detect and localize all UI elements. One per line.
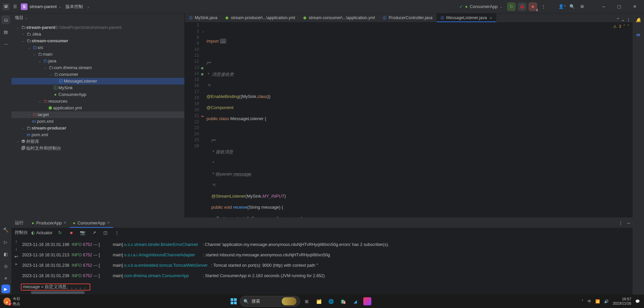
main-menu-button[interactable]: ☰ xyxy=(11,4,19,9)
tree-node[interactable]: ⌄🗀com.itheima.stream xyxy=(11,64,184,71)
tree-node[interactable]: ⌄🗀stream-consumer xyxy=(11,38,184,44)
chevron-down-icon[interactable]: ⌄ xyxy=(87,5,90,8)
tab-message-listener[interactable]: ⒸMessageListener.java× xyxy=(436,13,496,22)
chevron-down-icon[interactable]: ⌄ xyxy=(59,5,61,8)
tab-mysink[interactable]: ⒸMySink.java xyxy=(185,13,221,22)
code-content[interactable]: import ... /** * 消息接收类 */ @EnableBinding… xyxy=(205,22,633,217)
start-button[interactable] xyxy=(229,297,238,306)
close-icon[interactable]: × xyxy=(490,15,492,20)
scroll-up-icon[interactable]: ↑ xyxy=(15,239,17,244)
tree-node[interactable]: ⌄🗀java xyxy=(11,58,184,64)
prev-tab-icon[interactable]: ⌃ xyxy=(616,17,620,22)
tree-file-pom[interactable]: mpom.xml xyxy=(11,132,184,138)
next-tab-icon[interactable]: ⌄ xyxy=(621,17,625,22)
editor-tabs: ⒸMySink.java ⬣stream-producer\...\applic… xyxy=(185,13,633,22)
stop-button[interactable]: ■2 xyxy=(528,2,537,11)
tree-file-yml[interactable]: ⬣application.yml xyxy=(11,105,184,111)
scroll-down-icon[interactable]: ↓ xyxy=(15,247,17,251)
tree-file-consumerapp[interactable]: ●ConsumerApp xyxy=(11,91,184,98)
run-more-icon[interactable]: ⋮ xyxy=(616,220,625,225)
run-tab-consumer[interactable]: ●ConsumerApp× xyxy=(70,218,113,228)
rerun-icon[interactable]: ↻ xyxy=(56,230,64,235)
exit-icon[interactable]: ↗ xyxy=(90,230,98,235)
project-tree[interactable]: ⌄🗀stream-parent E:\IdeaProjects\test\str… xyxy=(11,22,184,217)
taskbar-clock[interactable]: 16:572023/11/16 xyxy=(613,297,631,306)
run-tab-producer[interactable]: ●ProducerApp× xyxy=(28,218,70,228)
tree-node[interactable]: ⌄🗀src xyxy=(11,44,184,51)
more-icon[interactable]: ⋮ xyxy=(113,230,121,235)
more-tool-button[interactable]: ⋯ xyxy=(1,40,10,48)
stop-icon[interactable]: ■ xyxy=(67,230,75,235)
search-everywhere-icon[interactable]: 🔍 xyxy=(568,4,576,9)
tree-node[interactable]: ›🗀stream-producer xyxy=(11,125,184,132)
explorer-icon[interactable]: 🗂️ xyxy=(314,296,324,307)
soft-wrap-icon[interactable]: ↩ xyxy=(14,254,18,259)
project-tool-button[interactable]: 🗂 xyxy=(1,15,10,24)
tree-root[interactable]: ⌄🗀stream-parent E:\IdeaProjects\test\str… xyxy=(11,24,184,31)
close-icon[interactable]: × xyxy=(64,220,66,225)
structure-tool-button[interactable]: ▤ xyxy=(1,28,10,36)
edge-icon[interactable]: 🌐 xyxy=(326,296,336,307)
tree-ext-libs[interactable]: ›⛃外部库 xyxy=(11,138,184,145)
intellij-taskbar-icon[interactable] xyxy=(362,296,373,307)
maven-tool-button[interactable]: m xyxy=(634,30,643,39)
vcs-menu[interactable]: 版本控制 xyxy=(63,2,85,11)
next-highlight-icon[interactable]: ˅ xyxy=(627,24,629,29)
layout-icon[interactable]: ◫ xyxy=(101,230,109,235)
close-icon[interactable]: × xyxy=(107,220,110,225)
notifications-icon[interactable]: 🔔 xyxy=(634,15,643,24)
prev-highlight-icon[interactable]: ˄ xyxy=(623,24,625,29)
tree-file-mysink[interactable]: ⒾMySink xyxy=(11,85,184,91)
wifi-icon[interactable]: 📶 xyxy=(595,299,600,304)
inspection-widget[interactable]: ⚠3 ˄ ˅ xyxy=(613,24,629,29)
tab-more-icon[interactable]: ⋮ xyxy=(626,17,631,22)
store-icon[interactable]: 🛍️ xyxy=(338,296,349,307)
vscode-icon[interactable]: ◢ xyxy=(350,296,361,307)
tree-node[interactable]: ›🗀.idea xyxy=(11,31,184,38)
settings-icon[interactable]: ⚙ xyxy=(578,4,586,9)
project-header[interactable]: 项目 ⌄ xyxy=(11,13,184,22)
tree-node[interactable]: ⌄🗀consumer xyxy=(11,71,184,78)
project-name[interactable]: stream-parent xyxy=(30,4,57,9)
debug-button[interactable]: 🐞 xyxy=(518,2,526,11)
tree-node-target[interactable]: ›🗀target xyxy=(11,111,184,118)
task-view-icon[interactable]: ⊞ xyxy=(302,296,312,307)
actuator-tab-button[interactable]: ◐Actuator xyxy=(31,230,52,235)
debug-tool-button[interactable]: ◧ xyxy=(1,250,10,258)
services-run-icon[interactable]: ▶ xyxy=(1,285,10,293)
hide-panel-icon[interactable]: ─ xyxy=(625,220,633,225)
build-tool-button[interactable]: 🔨 xyxy=(1,225,10,234)
scroll-to-end-icon[interactable]: » xyxy=(15,262,17,266)
console-tab-button[interactable]: 控制台 xyxy=(15,229,28,236)
problems-tool-button[interactable]: ⊙ xyxy=(1,262,10,270)
rerun-button[interactable]: ↻ xyxy=(507,2,516,11)
tree-node[interactable]: ⌄🗀main xyxy=(11,51,184,58)
run-config-selector[interactable]: ✓ ● ConsumerApp ⌄ xyxy=(457,3,505,10)
ime-icon[interactable]: 中 xyxy=(588,299,591,304)
maximize-button[interactable]: ▢ xyxy=(612,0,626,13)
dump-icon[interactable]: 📷 xyxy=(79,230,87,235)
console-output[interactable]: ↑ ↓ ↩ » 2023-11-16 16:31:01.198 INFO 675… xyxy=(11,237,633,291)
minimize-button[interactable]: ─ xyxy=(597,0,610,13)
terminal-tool-button[interactable]: ≡ xyxy=(1,274,10,283)
gutter[interactable]: 2 3› 8 9 10 11 12 13◉ 14◉ 15 16 17 18 19… xyxy=(185,22,205,217)
run-tool-button[interactable]: ▷ xyxy=(1,238,10,246)
tree-scratch[interactable]: 🗐临时文件和控制台 xyxy=(11,145,184,152)
taskbar-search[interactable]: 🔍搜索 xyxy=(240,296,300,307)
taskbar-weather[interactable]: 🔥1 今日热点 xyxy=(3,296,20,306)
more-actions-button[interactable]: ⋮ xyxy=(539,4,547,9)
code-editor[interactable]: 2 3› 8 9 10 11 12 13◉ 14◉ 15 16 17 18 19… xyxy=(185,22,633,217)
tab-producer-yml[interactable]: ⬣stream-producer\...\application.yml xyxy=(221,13,299,22)
notification-center-icon[interactable]: 💬 xyxy=(635,299,640,304)
console-scrollbar[interactable] xyxy=(11,291,633,295)
code-with-me-icon[interactable]: 👤⁺ xyxy=(558,4,566,9)
tray-chevron-icon[interactable]: ˄ xyxy=(582,299,584,304)
close-button[interactable]: ✕ xyxy=(628,0,641,13)
volume-icon[interactable]: 🔊 xyxy=(604,299,609,304)
tree-node[interactable]: ⌄🗀resources xyxy=(11,98,184,105)
tree-file-messagelistener[interactable]: ⒸMessageListener xyxy=(11,78,184,85)
fire-icon: 🔥1 xyxy=(3,298,11,305)
tab-producer-controller[interactable]: ⒸProducerController.java xyxy=(379,13,436,22)
tree-file-pom[interactable]: mpom.xml xyxy=(11,118,184,125)
tab-consumer-yml[interactable]: ⬣stream-consumer\...\application.yml xyxy=(299,13,379,22)
